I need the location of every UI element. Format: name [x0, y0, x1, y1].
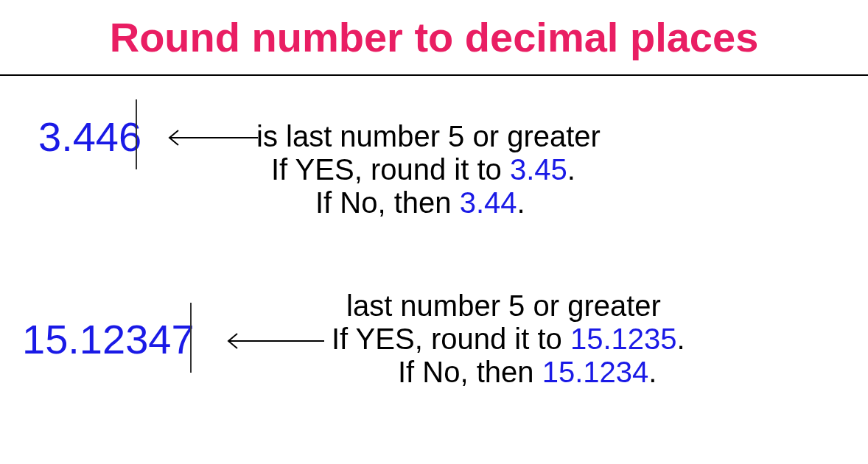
- text-suffix: .: [517, 186, 525, 219]
- example-2-explanation: last number 5 or greater If YES, round i…: [346, 289, 685, 389]
- rounded-value-no: 3.44: [460, 186, 517, 219]
- text-suffix: .: [567, 153, 575, 186]
- example-2-divider-line: [190, 303, 192, 373]
- example-1-yes-case: If YES, round it to 3.45.: [271, 153, 601, 186]
- example-1-no-case: If No, then 3.44.: [315, 186, 601, 219]
- example-1-explanation: is last number 5 or greater If YES, roun…: [256, 120, 601, 219]
- text-suffix: .: [676, 323, 685, 355]
- arrow-left-icon: [162, 129, 258, 147]
- text-prefix: If No, then: [398, 356, 542, 388]
- text-prefix: If YES, round it to: [271, 153, 510, 186]
- example-1-question: is last number 5 or greater: [256, 120, 601, 153]
- example-1-number: 3.446: [38, 113, 141, 161]
- text-suffix: .: [648, 356, 657, 388]
- example-2-no-case: If No, then 15.1234.: [398, 356, 685, 389]
- page-title: Round number to decimal places: [0, 0, 868, 74]
- example-2: 15.12347 last number 5 or greater If YES…: [0, 297, 868, 444]
- rounded-value-no: 15.1234: [542, 356, 649, 388]
- rounded-value-yes: 15.1235: [570, 323, 677, 355]
- arrow-left-icon: [221, 332, 324, 350]
- title-underline: [0, 74, 868, 76]
- rounded-value-yes: 3.45: [510, 153, 567, 186]
- example-2-number: 15.12347: [22, 315, 195, 363]
- example-2-yes-case: If YES, round it to 15.1235.: [332, 323, 685, 356]
- example-1: 3.446 is last number 5 or greater If YES…: [0, 113, 868, 260]
- text-prefix: If No, then: [315, 186, 460, 219]
- example-2-question: last number 5 or greater: [346, 289, 685, 323]
- example-1-divider-line: [136, 99, 137, 169]
- text-prefix: If YES, round it to: [332, 323, 570, 355]
